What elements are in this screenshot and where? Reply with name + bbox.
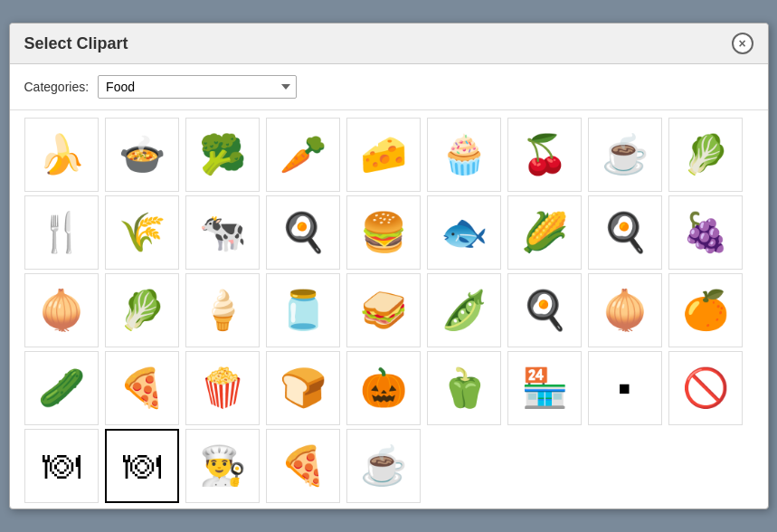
clipart-item-pitcher[interactable]: 🫙	[266, 273, 340, 347]
clipart-item-small-square[interactable]: ▪	[588, 351, 662, 425]
clipart-item-bread-plate[interactable]: 🍞	[266, 351, 340, 425]
clipart-item-fork-plate[interactable]: 🍽	[24, 429, 99, 503]
select-clipart-dialog: Select Clipart × Categories: FoodAnimals…	[9, 23, 769, 509]
clipart-item-fish[interactable]: 🐟	[427, 195, 501, 270]
clipart-item-banana[interactable]: 🍌	[24, 118, 99, 192]
clipart-grid-container[interactable]: 🍌🍲🥦🥕🧀🧁🍒☕🥬🍴🌾🐄🍳🍔🐟🌽🍳🍇🧅🥬🍦🫙🥪🫛🍳🧅🍊🥒🍕🍿🍞🎃🫑🏪▪🚫🍽🍽👨‍…	[10, 110, 768, 508]
dialog-header: Select Clipart ×	[10, 24, 768, 64]
clipart-item-popcorn[interactable]: 🍿	[185, 351, 260, 425]
clipart-item-asparagus[interactable]: 🥬	[668, 118, 743, 192]
clipart-item-orange[interactable]: 🍊	[668, 273, 743, 347]
clipart-item-fried-egg-plate[interactable]: 🍳	[266, 195, 340, 270]
category-label: Categories:	[24, 80, 90, 94]
clipart-item-carrot[interactable]: 🥕	[266, 118, 340, 192]
close-button[interactable]: ×	[732, 33, 753, 54]
category-row: Categories: FoodAnimalsNaturePeopleTrave…	[10, 64, 768, 110]
dialog-title: Select Clipart	[24, 34, 128, 53]
clipart-item-pumpkin[interactable]: 🎃	[346, 351, 421, 425]
clipart-item-broccoli[interactable]: 🥦	[185, 118, 260, 192]
clipart-item-onion-whole[interactable]: 🧅	[588, 273, 662, 347]
clipart-item-fried-egg-border[interactable]: 🍳	[507, 273, 582, 347]
clipart-item-coffee-cup[interactable]: ☕	[588, 118, 662, 192]
category-select[interactable]: FoodAnimalsNaturePeopleTravelSportsBusin…	[98, 75, 297, 99]
clipart-item-no-sign[interactable]: 🚫	[668, 351, 743, 425]
clipart-item-lettuce[interactable]: 🥬	[105, 273, 179, 347]
clipart-item-cow[interactable]: 🐄	[185, 195, 260, 270]
clipart-grid: 🍌🍲🥦🥕🧀🧁🍒☕🥬🍴🌾🐄🍳🍔🐟🌽🍳🍇🧅🥬🍦🫙🥪🫛🍳🧅🍊🥒🍕🍿🍞🎃🫑🏪▪🚫🍽🍽👨‍…	[24, 118, 761, 503]
clipart-item-fork-plate-box[interactable]: 🍽	[105, 429, 179, 503]
clipart-item-cherries[interactable]: 🍒	[507, 118, 582, 192]
clipart-item-hot-drink[interactable]: ☕	[346, 429, 421, 503]
clipart-item-pizza-slice[interactable]: 🍕	[105, 351, 179, 425]
clipart-item-beer-burger[interactable]: 🍔	[346, 195, 421, 270]
clipart-item-red-pepper[interactable]: 🫑	[427, 351, 501, 425]
clipart-item-cucumber[interactable]: 🥒	[24, 351, 99, 425]
clipart-item-cheese[interactable]: 🧀	[346, 118, 421, 192]
clipart-item-restaurant-sign[interactable]: 🏪	[507, 351, 582, 425]
clipart-item-green-bean[interactable]: 🫛	[427, 273, 501, 347]
clipart-item-fried-eggs[interactable]: 🍳	[588, 195, 662, 270]
clipart-item-ice-cream[interactable]: 🍦	[185, 273, 260, 347]
clipart-item-corn[interactable]: 🌽	[507, 195, 582, 270]
clipart-item-fruit-bowl[interactable]: 🍇	[668, 195, 743, 270]
clipart-item-pizza[interactable]: 🍕	[266, 429, 340, 503]
clipart-item-soup-bowl[interactable]: 🍲	[105, 118, 179, 192]
clipart-item-wheat[interactable]: 🌾	[105, 195, 179, 270]
clipart-item-cupcake[interactable]: 🧁	[427, 118, 501, 192]
clipart-item-sandwich[interactable]: 🥪	[346, 273, 421, 347]
clipart-item-chef-hat[interactable]: 👨‍🍳	[185, 429, 260, 503]
clipart-item-onion[interactable]: 🧅	[24, 273, 99, 347]
clipart-item-fork-knife[interactable]: 🍴	[24, 195, 99, 270]
